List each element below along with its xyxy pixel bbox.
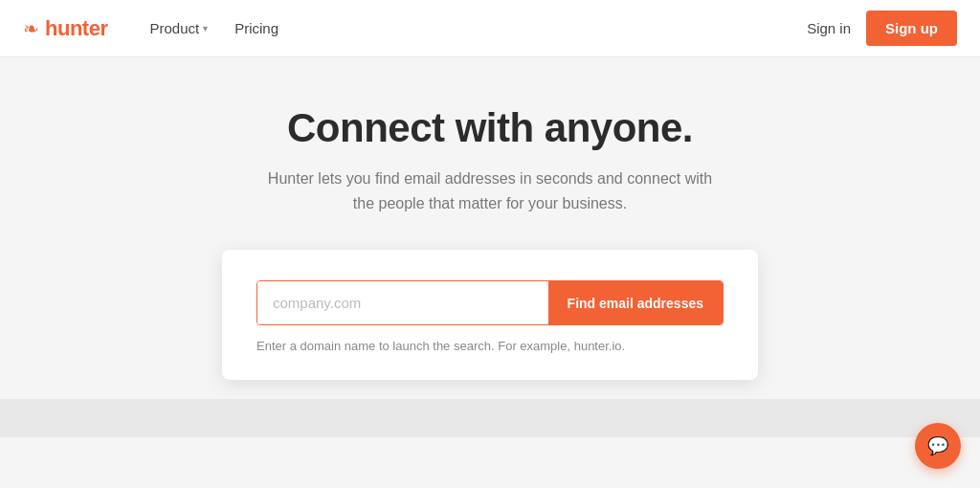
search-row: Find email addresses bbox=[256, 280, 724, 325]
bottom-strip bbox=[0, 399, 980, 437]
nav-pricing[interactable]: Pricing bbox=[223, 12, 290, 44]
nav-pricing-label: Pricing bbox=[234, 20, 278, 36]
brand-logo[interactable]: ❧ hunter bbox=[23, 16, 107, 41]
hero-section: Connect with anyone. Hunter lets you fin… bbox=[0, 57, 980, 437]
search-input[interactable] bbox=[257, 281, 548, 324]
nav-product[interactable]: Product ▾ bbox=[138, 12, 219, 44]
hero-title: Connect with anyone. bbox=[287, 105, 693, 151]
navbar: ❧ hunter Product ▾ Pricing Sign in Sign … bbox=[0, 0, 980, 57]
nav-product-label: Product bbox=[149, 20, 199, 36]
search-hint: Enter a domain name to launch the search… bbox=[256, 339, 724, 353]
hero-subtitle: Hunter lets you find email addresses in … bbox=[260, 166, 720, 215]
brand-icon: ❧ bbox=[23, 17, 39, 40]
search-card: Find email addresses Enter a domain name… bbox=[222, 250, 758, 380]
chevron-down-icon: ▾ bbox=[203, 23, 208, 33]
navbar-actions: Sign in Sign up bbox=[807, 11, 957, 46]
signup-button[interactable]: Sign up bbox=[866, 11, 957, 46]
search-button[interactable]: Find email addresses bbox=[548, 281, 723, 324]
chat-button[interactable]: 💬 bbox=[915, 423, 961, 469]
signin-link[interactable]: Sign in bbox=[807, 20, 851, 36]
navbar-nav: Product ▾ Pricing bbox=[138, 12, 807, 44]
chat-icon: 💬 bbox=[927, 435, 948, 456]
brand-name: hunter bbox=[45, 16, 107, 41]
